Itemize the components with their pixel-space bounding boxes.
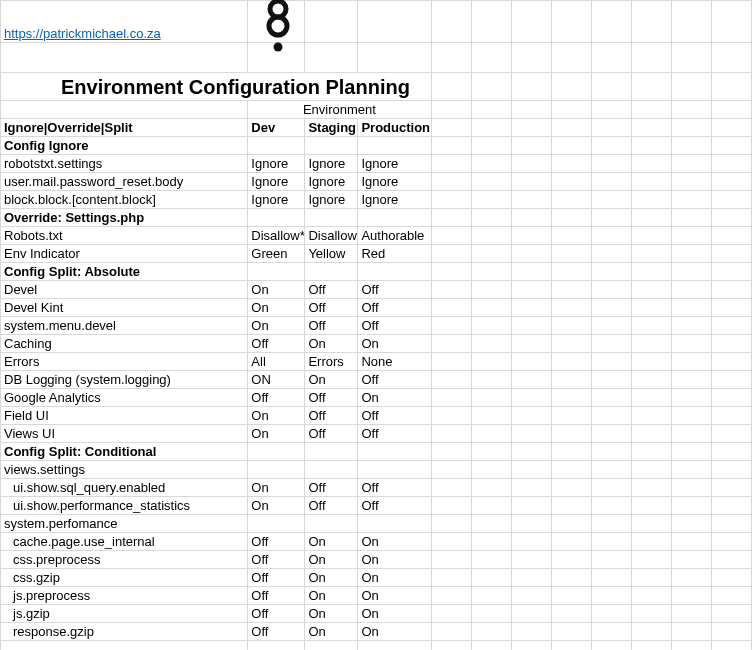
cell-staging: On xyxy=(305,587,358,605)
row-label-sa3: Caching xyxy=(1,335,248,353)
cell-staging: Ignore xyxy=(305,191,358,209)
cell-prod: None xyxy=(358,353,431,371)
cell-dev: Ignore xyxy=(248,191,305,209)
row-label-sc1-4: js.gzip xyxy=(1,605,248,623)
group-label: system.perfomance xyxy=(1,515,248,533)
cell-dev: On xyxy=(248,407,305,425)
row-label-sa2: system.menu.devel xyxy=(1,317,248,335)
cell-staging: Off xyxy=(305,497,358,515)
row-label-sc1-1: css.preprocess xyxy=(1,551,248,569)
cell-staging: On xyxy=(305,335,358,353)
cell-prod: Off xyxy=(358,299,431,317)
row-label-sa6: Google Analytics xyxy=(1,389,248,407)
cell-dev: ON xyxy=(248,371,305,389)
row-label-ov0: Robots.txt xyxy=(1,227,248,245)
header-dev: Dev xyxy=(248,119,305,137)
cell-dev: All xyxy=(248,353,305,371)
cell-prod: Red xyxy=(358,245,431,263)
row-label-ci2: block.block.[content.block] xyxy=(1,191,248,209)
cell-staging: On xyxy=(305,623,358,641)
cell-dev: Off xyxy=(248,533,305,551)
row-label-sa5: DB Logging (system.logging) xyxy=(1,371,248,389)
cell-staging: On xyxy=(305,551,358,569)
cell-prod: Authorable xyxy=(358,227,431,245)
row-label-ov1: Env Indicator xyxy=(1,245,248,263)
row-label-sc0-0: ui.show.sql_query.enabled xyxy=(1,479,248,497)
row-label-sc0-1: ui.show.performance_statistics xyxy=(1,497,248,515)
cell-dev: On xyxy=(248,479,305,497)
cell-dev: Off xyxy=(248,551,305,569)
cell-prod: On xyxy=(358,623,431,641)
cell-prod: Off xyxy=(358,317,431,335)
cell-staging: Off xyxy=(305,389,358,407)
cell-staging: Off xyxy=(305,281,358,299)
header-staging: Staging xyxy=(305,119,358,137)
row-label-sc1-2: css.gzip xyxy=(1,569,248,587)
cell-staging: Off xyxy=(305,317,358,335)
cell-dev: On xyxy=(248,425,305,443)
row-label-sa0: Devel xyxy=(1,281,248,299)
cell-staging: Off xyxy=(305,479,358,497)
header-ignore-override-split: Ignore|Override|Split xyxy=(1,119,248,137)
cell-prod: On xyxy=(358,551,431,569)
group-label: views.settings xyxy=(1,461,248,479)
cell-dev: On xyxy=(248,299,305,317)
svg-point-2 xyxy=(274,43,283,52)
cell-prod: Off xyxy=(358,371,431,389)
cell-staging: Errors xyxy=(305,353,358,371)
cell-prod: On xyxy=(358,389,431,407)
cell-dev: Disallow* xyxy=(248,227,305,245)
cell-dev: Ignore xyxy=(248,173,305,191)
row-label-sc1-0: cache.page.use_internal xyxy=(1,533,248,551)
cell-staging: On xyxy=(305,569,358,587)
cell-prod: On xyxy=(358,335,431,353)
cell-staging: Yellow xyxy=(305,245,358,263)
cell-dev: Ignore xyxy=(248,155,305,173)
drupal-8-icon xyxy=(266,0,290,55)
cell-dev: Off xyxy=(248,587,305,605)
cell-staging: Ignore xyxy=(305,173,358,191)
row-label-sa4: Errors xyxy=(1,353,248,371)
page-title: Environment Configuration Planning xyxy=(1,73,432,101)
row-label-ci1: user.mail.password_reset.body xyxy=(1,173,248,191)
row-label-ci0: robotstxt.settings xyxy=(1,155,248,173)
cell-prod: Off xyxy=(358,479,431,497)
cell-prod: On xyxy=(358,605,431,623)
cell-staging: Disallow* xyxy=(305,227,358,245)
cell-prod: Off xyxy=(358,497,431,515)
cell-dev: Off xyxy=(248,389,305,407)
logo-cell xyxy=(248,1,305,43)
cell-staging: Off xyxy=(305,407,358,425)
cell-staging: On xyxy=(305,371,358,389)
section-split-absolute: Config Split: Absolute xyxy=(1,263,248,281)
section-split-conditional: Config Split: Conditional xyxy=(1,443,248,461)
cell-dev: Green xyxy=(248,245,305,263)
cell-dev: Off xyxy=(248,335,305,353)
cell-staging: Off xyxy=(305,299,358,317)
cell-prod: Off xyxy=(358,425,431,443)
cell-staging: On xyxy=(305,533,358,551)
cell-prod: On xyxy=(358,569,431,587)
header-production: Production xyxy=(358,119,431,137)
cell-prod: Ignore xyxy=(358,191,431,209)
cell-dev: Off xyxy=(248,623,305,641)
cell-prod: Off xyxy=(358,281,431,299)
row-label-sa1: Devel Kint xyxy=(1,299,248,317)
cell-prod: On xyxy=(358,533,431,551)
cell-prod: Ignore xyxy=(358,155,431,173)
row-label-sc1-3: js.preprocess xyxy=(1,587,248,605)
row-label-sa8: Views UI xyxy=(1,425,248,443)
cell-prod: Off xyxy=(358,407,431,425)
cell-prod: Ignore xyxy=(358,173,431,191)
link-cell[interactable]: https://patrickmichael.co.za xyxy=(1,1,248,43)
section-config-ignore: Config Ignore xyxy=(1,137,248,155)
cell-dev: Off xyxy=(248,569,305,587)
spreadsheet-grid: https://patrickmichael.co.zaEnvironment … xyxy=(0,0,752,650)
cell-dev: Off xyxy=(248,605,305,623)
site-link[interactable]: https://patrickmichael.co.za xyxy=(4,26,161,41)
svg-point-1 xyxy=(269,17,287,35)
env-header: Environment xyxy=(248,101,431,119)
section-override-settings: Override: Settings.php xyxy=(1,209,248,227)
cell-staging: Off xyxy=(305,425,358,443)
cell-dev: On xyxy=(248,317,305,335)
